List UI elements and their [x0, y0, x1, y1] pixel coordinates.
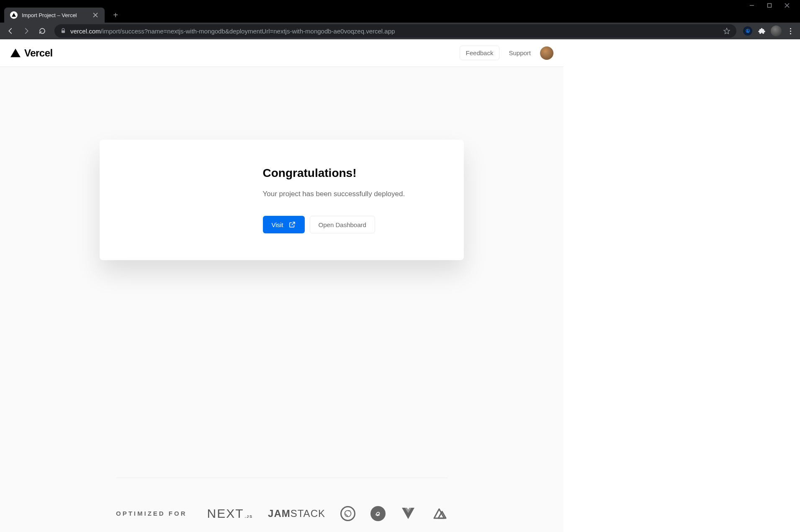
- footer-label: OPTIMIZED FOR: [116, 510, 187, 517]
- open-dashboard-button[interactable]: Open Dashboard: [310, 216, 375, 233]
- reload-button[interactable]: [35, 24, 49, 38]
- visit-button[interactable]: Visit: [263, 216, 305, 233]
- browser-tab[interactable]: Import Project – Vercel: [4, 8, 105, 23]
- window-controls: [749, 3, 800, 8]
- nextjs-logo: NEXT.JS: [207, 506, 253, 521]
- vercel-favicon-icon: [10, 11, 18, 19]
- minimize-icon[interactable]: [749, 3, 755, 8]
- gatsby-logo-icon: [340, 506, 355, 521]
- url-host: vercel.com: [70, 28, 101, 35]
- forward-button[interactable]: [19, 24, 33, 38]
- external-link-icon: [288, 221, 296, 228]
- lock-icon: [60, 28, 66, 34]
- url-text: vercel.com/import/success?name=nextjs-wi…: [70, 28, 395, 35]
- extensions-icon[interactable]: [756, 25, 768, 37]
- deployment-preview-placeholder: [123, 166, 263, 233]
- tab-strip: Import Project – Vercel +: [0, 5, 800, 23]
- feedback-button[interactable]: Feedback: [460, 46, 500, 60]
- profile-avatar-chrome[interactable]: [770, 25, 782, 37]
- brand-name: Vercel: [24, 47, 53, 59]
- card-title: Congratulations!: [263, 166, 440, 180]
- browser-chrome: Import Project – Vercel + vercel.com/: [0, 0, 800, 39]
- site-header: Vercel Feedback Support: [0, 39, 563, 67]
- browser-toolbar: vercel.com/import/success?name=nextjs-wi…: [0, 23, 800, 39]
- page: Vercel Feedback Support Congratulations!…: [0, 39, 563, 532]
- maximize-icon[interactable]: [767, 3, 772, 8]
- user-avatar[interactable]: [540, 46, 553, 60]
- vercel-logo[interactable]: Vercel: [10, 47, 53, 59]
- jamstack-logo: JAMSTACK: [268, 508, 325, 519]
- content-area: Congratulations! Your project has been s…: [0, 67, 563, 532]
- card-actions: Visit Open Dashboard: [263, 216, 440, 233]
- onepassword-extension-icon[interactable]: ①: [741, 25, 754, 37]
- bookmark-star-icon[interactable]: [723, 27, 731, 35]
- success-card: Congratulations! Your project has been s…: [100, 140, 464, 260]
- address-bar[interactable]: vercel.com/import/success?name=nextjs-wi…: [54, 24, 736, 38]
- chrome-menu-icon[interactable]: [784, 25, 797, 37]
- support-link[interactable]: Support: [509, 49, 531, 56]
- new-tab-button[interactable]: +: [110, 9, 121, 21]
- ember-logo-icon: [370, 506, 386, 521]
- close-window-icon[interactable]: [784, 3, 790, 8]
- svg-rect-2: [62, 31, 65, 33]
- card-subtitle: Your project has been successfully deplo…: [263, 190, 440, 198]
- svg-rect-1: [768, 4, 772, 8]
- back-button[interactable]: [3, 24, 18, 38]
- visit-label: Visit: [272, 221, 283, 228]
- tab-close-icon[interactable]: [92, 12, 99, 18]
- tab-title: Import Project – Vercel: [22, 12, 88, 18]
- footer: OPTIMIZED FOR NEXT.JS JAMSTACK: [116, 478, 448, 532]
- vue-logo-icon: [401, 506, 416, 521]
- svg-point-3: [345, 510, 351, 517]
- titlebar: [0, 0, 800, 5]
- nuxt-logo-icon: [431, 506, 448, 521]
- vercel-triangle-icon: [10, 48, 21, 59]
- viewport-gutter: [563, 39, 800, 532]
- url-path: /import/success?name=nextjs-with-mongodb…: [101, 28, 395, 35]
- footer-logos: NEXT.JS JAMSTACK: [207, 506, 448, 521]
